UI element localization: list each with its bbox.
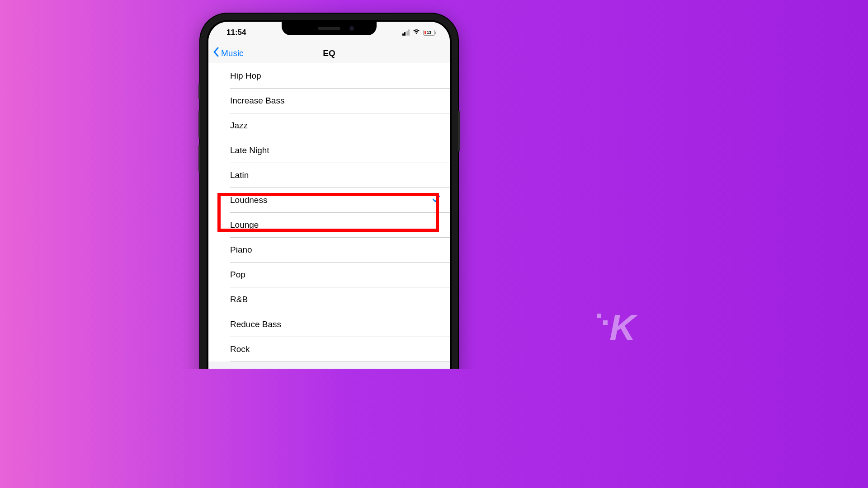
status-time: 11:54 (226, 28, 246, 37)
wifi-icon (412, 28, 420, 37)
eq-option-jazz[interactable]: Jazz (208, 113, 450, 138)
eq-option-late-night[interactable]: Late Night (208, 138, 450, 163)
eq-option-piano[interactable]: Piano (208, 237, 450, 262)
volume-up-button (198, 111, 200, 138)
eq-option-reduce-bass[interactable]: Reduce Bass (208, 312, 450, 337)
list-item-label: Hip Hop (230, 71, 261, 81)
list-item-label: Piano (230, 245, 252, 255)
checkmark-icon (432, 194, 441, 206)
eq-option-hip-hop[interactable]: Hip Hop (208, 63, 450, 88)
list-item-label: Pop (230, 270, 245, 280)
mute-switch (198, 84, 200, 99)
cellular-signal-icon (402, 29, 410, 36)
list-item-label: Rock (230, 344, 250, 354)
volume-down-button (198, 145, 200, 172)
list-item-label: Lounge (230, 220, 259, 230)
list-item-label: Latin (230, 170, 249, 180)
chevron-left-icon (213, 47, 219, 59)
eq-option-pop[interactable]: Pop (208, 262, 450, 287)
eq-option-rock[interactable]: Rock (208, 337, 450, 361)
eq-option-rnb[interactable]: R&B (208, 287, 450, 312)
screen: 11:54 (208, 22, 450, 369)
back-button[interactable]: Music (213, 47, 244, 59)
speaker (318, 27, 340, 30)
eq-option-latin[interactable]: Latin (208, 163, 450, 188)
list-item-label: R&B (230, 295, 248, 305)
phone-frame: 11:54 (200, 14, 458, 369)
front-camera (349, 26, 354, 31)
watermark-logo: K (609, 307, 633, 348)
eq-list[interactable]: Hip Hop Increase Bass Jazz Late Night La… (208, 63, 450, 361)
notch (282, 22, 377, 35)
list-item-label: Late Night (230, 145, 269, 155)
battery-icon: 13 (423, 30, 436, 36)
status-icons: 13 (402, 28, 437, 37)
phone-inner: 11:54 (207, 20, 452, 369)
list-item-label: Jazz (230, 121, 248, 131)
eq-option-lounge[interactable]: Lounge (208, 212, 450, 237)
back-label: Music (221, 48, 244, 58)
list-item-label: Loudness (230, 195, 267, 205)
battery-percent: 13 (427, 30, 431, 35)
content: Hip Hop Increase Bass Jazz Late Night La… (208, 63, 450, 369)
list-item-label: Increase Bass (230, 96, 284, 106)
list-item-label: Reduce Bass (230, 319, 281, 329)
power-button (458, 111, 460, 151)
eq-option-increase-bass[interactable]: Increase Bass (208, 88, 450, 113)
page-title: EQ (323, 48, 335, 58)
nav-bar: Music EQ (208, 43, 450, 63)
eq-option-loudness[interactable]: Loudness (208, 188, 450, 212)
